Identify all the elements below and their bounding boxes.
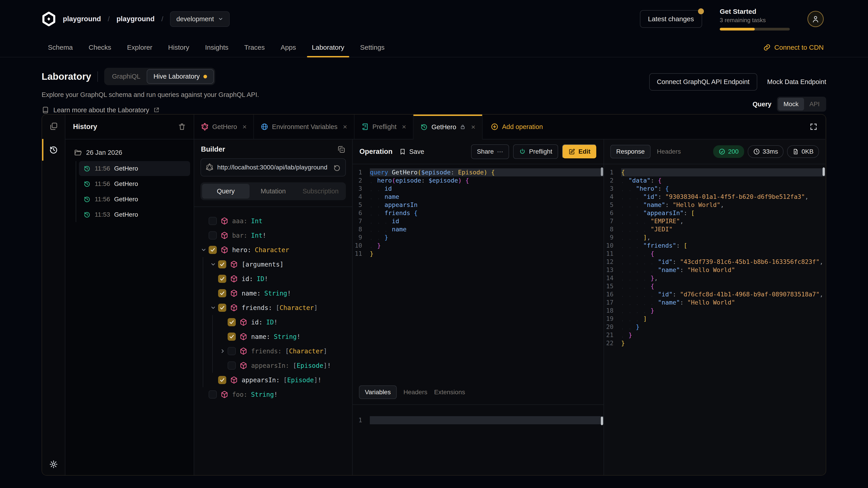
operation-tab-gethero[interactable]: GetHero× (194, 115, 254, 139)
chevron-right-icon[interactable] (218, 348, 228, 354)
field-checkbox[interactable] (218, 304, 226, 312)
save-button[interactable]: Save (399, 148, 424, 156)
history-date-group[interactable]: 26 Jan 2026 (65, 145, 194, 160)
connect-endpoint-button[interactable]: Connect GraphQL API Endpoint (649, 73, 757, 91)
field-checkbox[interactable] (228, 347, 236, 355)
history-entry[interactable]: 11:56GetHero (79, 176, 190, 191)
field-checkbox[interactable] (218, 275, 226, 283)
hive-logo-icon[interactable] (41, 12, 56, 26)
tab-variables[interactable]: Variables (359, 385, 397, 399)
endpoint-url-input[interactable] (217, 164, 329, 171)
field-checkbox[interactable] (218, 260, 226, 268)
share-button[interactable]: Share ⋯ (471, 144, 509, 159)
operation-code: hero(episode: $episode) { (370, 176, 603, 185)
tab-query[interactable]: Query (202, 184, 250, 199)
response-line: 8"JEDI" (604, 225, 825, 233)
field-checkbox[interactable] (228, 361, 236, 369)
nav-tab-history[interactable]: History (163, 38, 194, 57)
toggle-option-api[interactable]: API (804, 98, 825, 110)
close-icon[interactable]: × (243, 123, 247, 131)
builder-field-row[interactable]: friends:[Character] (199, 344, 352, 358)
chevron-down-icon[interactable] (199, 247, 209, 253)
edit-button[interactable]: Edit (562, 144, 597, 159)
operation-tab-environment-variables[interactable]: Environment Variables× (254, 115, 354, 139)
scrollbar-thumb[interactable] (823, 167, 825, 176)
field-checkbox[interactable] (228, 332, 236, 341)
nav-tab-checks[interactable]: Checks (84, 38, 116, 57)
operation-tab-gethero[interactable]: GetHero× (413, 115, 483, 139)
get-started-widget[interactable]: Get Started 3 remaining tasks (720, 8, 790, 31)
builder-field-row[interactable]: bar:Int! (199, 228, 352, 242)
tab-mutation[interactable]: Mutation (250, 184, 297, 199)
builder-field-row[interactable]: id:ID! (199, 271, 352, 286)
toggle-option-hive-laboratory[interactable]: Hive Laboratory (147, 69, 214, 84)
tab-extensions[interactable]: Extensions (434, 389, 465, 396)
nav-tab-settings[interactable]: Settings (355, 38, 390, 57)
line-number: 6 (604, 209, 621, 217)
field-checkbox[interactable] (209, 390, 217, 398)
chevron-down-icon[interactable] (208, 305, 218, 311)
refresh-icon[interactable] (333, 163, 341, 171)
field-checkbox[interactable] (209, 231, 217, 239)
environment-select[interactable]: development (170, 11, 230, 27)
history-entry[interactable]: 11:53GetHero (79, 207, 190, 222)
field-checkbox[interactable] (218, 376, 226, 384)
history-entry[interactable]: 11:56GetHero (79, 161, 190, 176)
builder-field-row[interactable]: hero:Character (199, 242, 352, 257)
breadcrumb-org[interactable]: playground (63, 15, 101, 23)
nav-tab-traces[interactable]: Traces (239, 38, 270, 57)
tab-subscription[interactable]: Subscription (297, 184, 344, 199)
side-icon-rail (42, 115, 65, 475)
builder-field-row[interactable]: [arguments] (199, 257, 352, 271)
operation-editor[interactable]: 1query GetHero($episode: Episode) {2hero… (352, 164, 603, 380)
connect-cdn-link[interactable]: Connect to CDN (763, 43, 824, 51)
nav-tab-insights[interactable]: Insights (200, 38, 233, 57)
builder-field-row[interactable]: foo:String! (199, 387, 352, 402)
variables-editor[interactable]: 1 (352, 405, 603, 475)
tab-response-headers[interactable]: Headers (657, 148, 681, 155)
nav-tab-laboratory[interactable]: Laboratory (307, 38, 349, 57)
user-avatar[interactable] (807, 11, 824, 27)
nav-tab-apps[interactable]: Apps (276, 38, 301, 57)
latest-changes-button[interactable]: Latest changes (640, 10, 702, 28)
builder-field-row[interactable]: appearsIn:[Episode]! (199, 373, 352, 387)
field-checkbox[interactable] (209, 246, 217, 254)
chevron-down-icon[interactable] (208, 261, 218, 267)
tab-headers[interactable]: Headers (403, 389, 428, 396)
operation-tab-preflight[interactable]: Preflight× (354, 115, 413, 139)
type-cube-icon (220, 217, 228, 225)
close-icon[interactable]: × (471, 123, 475, 131)
settings-gear-icon[interactable] (49, 460, 58, 469)
builder-field-row[interactable]: name:String! (199, 286, 352, 300)
builder-field-row[interactable]: appearsIn:[Episode]! (199, 358, 352, 373)
mock-endpoint-button[interactable]: Mock Data Endpoint (767, 78, 826, 86)
builder-field-row[interactable]: friends:[Character] (199, 300, 352, 315)
collection-icon[interactable] (42, 115, 65, 138)
field-checkbox[interactable] (228, 318, 236, 326)
builder-field-row[interactable]: aaa:Int (199, 214, 352, 228)
copy-query-icon[interactable] (337, 145, 345, 153)
add-operation-button[interactable]: Add operation (483, 115, 551, 139)
breadcrumb-project[interactable]: playground (116, 15, 155, 23)
nav-tab-explorer[interactable]: Explorer (122, 38, 157, 57)
close-icon[interactable]: × (343, 123, 347, 131)
preflight-button[interactable]: Preflight (513, 144, 558, 159)
tab-response[interactable]: Response (610, 145, 651, 158)
trash-icon[interactable] (178, 123, 186, 131)
toggle-option-graphiql[interactable]: GraphiQL (105, 70, 147, 84)
builder-field-row[interactable]: name:String! (199, 329, 352, 344)
fullscreen-icon[interactable] (802, 115, 825, 139)
scrollbar-thumb[interactable] (601, 417, 603, 425)
field-checkbox[interactable] (209, 217, 217, 225)
nav-tab-schema[interactable]: Schema (43, 38, 78, 57)
learn-more-link[interactable]: Learn more about the Laboratory (41, 106, 826, 114)
history-rail-icon[interactable] (42, 138, 65, 162)
builder-field-row[interactable]: id:ID! (199, 315, 352, 329)
toggle-option-mock[interactable]: Mock (778, 98, 804, 110)
close-icon[interactable]: × (402, 123, 406, 131)
response-viewer[interactable]: 1{2"data": {3"hero": {4"id": "93038304-0… (604, 164, 825, 475)
scrollbar-thumb[interactable] (601, 167, 603, 176)
editor-mode-toggle: GraphiQL Hive Laboratory (104, 68, 215, 85)
field-checkbox[interactable] (218, 289, 226, 297)
history-entry[interactable]: 11:56GetHero (79, 192, 190, 207)
